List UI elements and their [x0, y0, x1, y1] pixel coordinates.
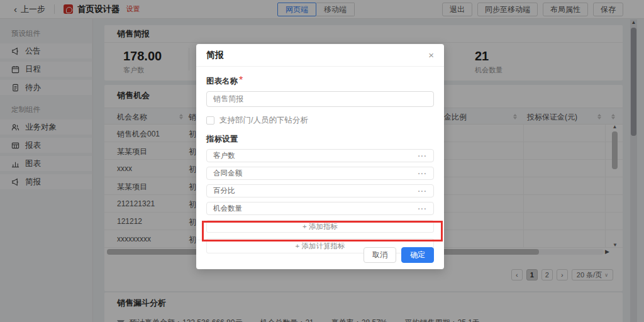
metric-label: 合同金额: [213, 169, 242, 178]
checkbox-label: 支持部门/人员的下钻分析: [219, 115, 308, 126]
modal-body: 图表名称* 支持部门/人员的下钻分析 指标设置 客户数 ··· 合同金额 ···…: [196, 67, 444, 253]
add-metric-button[interactable]: + 添加指标: [206, 220, 434, 233]
more-actions-icon[interactable]: ···: [418, 152, 428, 160]
more-actions-icon[interactable]: ···: [418, 187, 428, 195]
chart-name-label: 图表名称: [206, 77, 238, 86]
drilldown-checkbox-row[interactable]: 支持部门/人员的下钻分析: [206, 115, 434, 126]
metric-label: 机会数量: [213, 204, 242, 213]
more-actions-icon[interactable]: ···: [418, 205, 428, 213]
more-actions-icon[interactable]: ···: [418, 170, 428, 177]
modal-footer: 取消 确定: [196, 240, 444, 269]
briefing-modal: 简报 × 图表名称* 支持部门/人员的下钻分析 指标设置 客户数 ··· 合同金…: [196, 44, 444, 269]
metric-row-contract-amount[interactable]: 合同金额 ···: [206, 167, 434, 180]
metric-label: 客户数: [213, 151, 235, 160]
confirm-button[interactable]: 确定: [401, 247, 434, 263]
modal-title: 简报: [206, 50, 224, 61]
metric-row-customer-count[interactable]: 客户数 ···: [206, 149, 434, 162]
modal-header: 简报 ×: [196, 44, 444, 67]
metrics-settings-label: 指标设置: [206, 134, 434, 145]
checkbox-icon[interactable]: [206, 116, 214, 125]
close-icon[interactable]: ×: [428, 50, 434, 60]
chart-name-input[interactable]: [206, 91, 434, 107]
metric-label: 百分比: [213, 186, 235, 196]
metric-row-percentage[interactable]: 百分比 ···: [206, 184, 434, 197]
required-mark: *: [239, 75, 243, 86]
metric-row-opportunity-count[interactable]: 机会数量 ···: [206, 202, 434, 215]
cancel-button[interactable]: 取消: [364, 247, 396, 263]
